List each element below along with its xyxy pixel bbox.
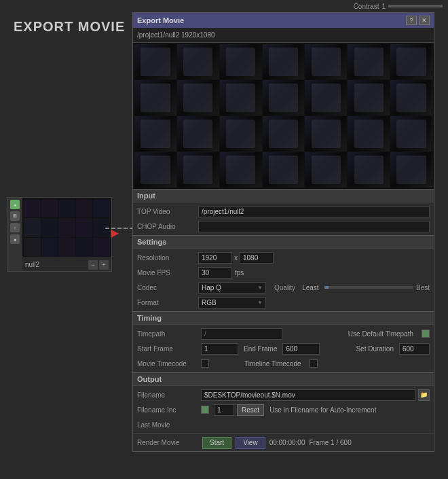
format-label: Format — [137, 299, 198, 306]
preview-cell — [134, 80, 176, 116]
preview-cell — [134, 152, 176, 188]
reset-btn[interactable]: Reset — [237, 404, 264, 416]
end-frame-label: End Frame — [241, 345, 280, 353]
settings-section-header: Settings — [133, 235, 434, 249]
preview-cell — [348, 80, 390, 116]
format-row: Format RGB ▼ — [133, 295, 434, 310]
codec-dropdown[interactable]: Hap Q ▼ — [198, 282, 266, 294]
arrow-indicator: ▶ — [111, 226, 119, 239]
codec-dropdown-arrow: ▼ — [257, 285, 263, 291]
contrast-slider[interactable] — [388, 5, 443, 7]
use-default-checkbox[interactable] — [422, 330, 430, 338]
timing-title: Timing — [137, 314, 162, 322]
timeline-timecode-label: Timeline Timecode — [242, 360, 304, 368]
connection-line — [105, 228, 134, 229]
filename-inc-label: Filename Inc — [137, 406, 198, 414]
dialog-close-btn[interactable]: ✕ — [419, 16, 430, 25]
movie-timecode-checkbox[interactable] — [201, 359, 209, 368]
view-btn[interactable]: View — [236, 437, 265, 449]
top-video-input[interactable] — [198, 206, 430, 217]
set-duration-label: Set Duration — [353, 345, 396, 353]
format-dropdown[interactable]: RGB ▼ — [198, 297, 266, 308]
preview-area — [133, 43, 434, 189]
preview-cell — [220, 152, 262, 188]
export-movie-label: EXPORT MOVIE — [14, 19, 125, 35]
filename-input[interactable] — [201, 389, 415, 401]
contrast-label: Contrast — [354, 3, 379, 10]
chop-audio-row: CHOP Audio — [133, 219, 434, 234]
export-dialog: Export Movie ? ✕ /project1/null2 1920x10… — [132, 12, 434, 452]
quality-label: Quality — [274, 284, 295, 291]
movie-timecode-label: Movie Timecode — [137, 360, 198, 368]
preview-cell — [263, 80, 305, 116]
preview-cell — [305, 152, 347, 188]
preview-cell — [220, 80, 262, 116]
filename-inc-checkbox[interactable] — [201, 406, 209, 414]
top-video-label: TOP Video — [137, 208, 198, 215]
dialog-path: /project1/null2 1920x1080 — [137, 31, 215, 39]
codec-row: Codec Hap Q ▼ Quality Least Best — [133, 280, 434, 295]
node-minus-btn[interactable]: − — [88, 260, 98, 270]
end-frame-input[interactable] — [282, 343, 320, 355]
chop-audio-input[interactable] — [198, 221, 430, 232]
timepath-input[interactable] — [201, 328, 282, 340]
input-title: Input — [137, 192, 155, 200]
settings-form: Resolution x Movie FPS fps Codec Hap Q ▼… — [133, 249, 434, 311]
filename-label: Filename — [137, 391, 198, 399]
filename-row: Filename 📁 — [133, 387, 434, 402]
preview-cell — [390, 116, 432, 152]
node-name: null2 — [25, 261, 87, 268]
format-value: RGB — [202, 299, 217, 306]
set-duration-input[interactable] — [399, 343, 430, 355]
node-icons: ● ⊞ ↑ ● — [7, 198, 22, 271]
resolution-width-input[interactable] — [198, 252, 232, 264]
timecode-display: 00:00:00:00 — [269, 439, 305, 446]
top-video-row: TOP Video — [133, 204, 434, 219]
node-plus-btn[interactable]: + — [99, 260, 109, 270]
fps-input[interactable] — [198, 267, 232, 279]
node-icon-3[interactable]: ↑ — [10, 223, 20, 232]
filename-inc-input[interactable] — [214, 404, 234, 416]
settings-title: Settings — [137, 238, 166, 246]
resolution-row: Resolution x — [133, 250, 434, 265]
fps-label: Movie FPS — [137, 269, 198, 277]
timecode-row: Movie Timecode Timeline Timecode — [133, 356, 434, 371]
timing-section-header: Timing — [133, 311, 434, 325]
timing-form: Timepath Use Default Timepath Start Fram… — [133, 325, 434, 372]
frames-row: Start Frame End Frame Set Duration — [133, 341, 434, 356]
last-movie-row: Last Movie — [133, 417, 434, 432]
preview-cell — [390, 80, 432, 116]
node-icon-4[interactable]: ● — [10, 234, 20, 244]
quality-slider-fill — [324, 286, 329, 289]
frame-info: Frame 1 / 600 — [309, 439, 351, 446]
start-btn[interactable]: Start — [202, 437, 231, 449]
output-form: Filename 📁 Filename Inc Reset Use in Fil… — [133, 386, 434, 433]
resolution-label: Resolution — [137, 254, 198, 262]
dialog-help-btn[interactable]: ? — [406, 16, 417, 25]
preview-cell — [177, 116, 219, 152]
res-x-separator: x — [234, 254, 238, 262]
chop-audio-label: CHOP Audio — [137, 223, 198, 230]
codec-label: Codec — [137, 284, 198, 291]
node-icon-2[interactable]: ⊞ — [10, 211, 20, 221]
quality-best: Best — [416, 284, 430, 291]
render-movie-label: Render Movie — [137, 439, 198, 446]
filename-inc-row: Filename Inc Reset Use in Filename for A… — [133, 402, 434, 417]
dialog-titlebar: Export Movie ? ✕ — [133, 13, 434, 28]
use-in-filename-label: Use in Filename for Auto-Increment — [267, 406, 379, 414]
dialog-title: Export Movie — [137, 16, 404, 24]
node-thumbnail — [22, 198, 111, 258]
node-name-bar: null2 − + — [22, 258, 111, 271]
preview-cell — [348, 116, 390, 152]
input-form: TOP Video CHOP Audio — [133, 202, 434, 235]
folder-browse-btn[interactable]: 📁 — [418, 389, 430, 401]
timeline-timecode-checkbox[interactable] — [310, 359, 318, 368]
use-default-label: Use Default Timepath — [346, 330, 416, 338]
quality-slider[interactable] — [324, 286, 413, 289]
start-frame-label: Start Frame — [137, 345, 198, 353]
node-icon-1[interactable]: ● — [10, 200, 20, 209]
start-frame-input[interactable] — [201, 343, 238, 355]
resolution-height-input[interactable] — [240, 252, 274, 264]
preview-cell — [220, 44, 262, 79]
preview-cell — [263, 44, 305, 79]
